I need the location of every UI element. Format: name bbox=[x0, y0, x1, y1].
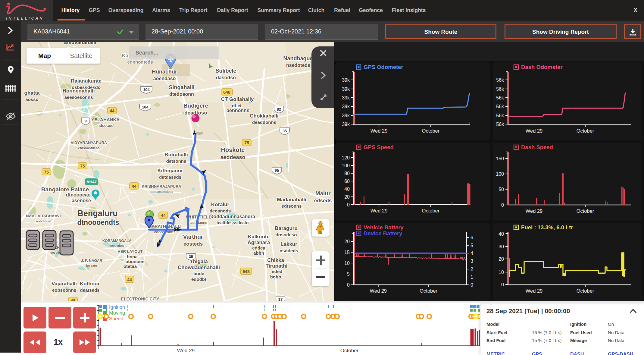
svg-text:eosteds: eosteds bbox=[183, 241, 203, 247]
svg-text:nsddeds: nsddeds bbox=[280, 248, 298, 253]
svg-text:20: 20 bbox=[499, 256, 504, 262]
svg-text:39k: 39k bbox=[342, 95, 350, 100]
svg-text:150: 150 bbox=[496, 156, 504, 161]
svg-text:Malur: Malur bbox=[315, 190, 331, 196]
svg-text:Hunachur: Hunachur bbox=[152, 69, 177, 75]
svg-text:deosedtns: deosedtns bbox=[109, 244, 124, 247]
svg-text:Wed 29: Wed 29 bbox=[370, 288, 387, 294]
svg-text:NAAGARABHAAVI: NAAGARABHAAVI bbox=[26, 214, 61, 218]
svg-text:aeddeaso: aeddeaso bbox=[220, 154, 245, 160]
svg-text:75: 75 bbox=[244, 140, 249, 145]
svg-text:aoendaso: aoendaso bbox=[153, 76, 176, 81]
svg-text:Sulibele: Sulibele bbox=[215, 68, 236, 74]
svg-text:2: 2 bbox=[470, 267, 473, 272]
svg-text:deaddonns: deaddonns bbox=[252, 120, 276, 125]
svg-text:100: 100 bbox=[496, 171, 504, 177]
svg-text:dosodeso: dosodeso bbox=[276, 232, 297, 237]
svg-text:0: 0 bbox=[347, 282, 350, 287]
svg-text:Chikka: Chikka bbox=[267, 257, 284, 263]
svg-text:KORAMANGALA: KORAMANGALA bbox=[102, 239, 132, 243]
svg-text:35: 35 bbox=[283, 129, 287, 133]
svg-text:bode: bode bbox=[193, 271, 204, 276]
svg-text:detsonns: detsonns bbox=[166, 159, 186, 164]
svg-text:Tirupathi: Tirupathi bbox=[266, 263, 287, 269]
svg-text:10: 10 bbox=[344, 261, 350, 266]
svg-text:edodbt: edodbt bbox=[191, 277, 206, 282]
svg-text:39k: 39k bbox=[342, 122, 350, 127]
svg-text:0: 0 bbox=[347, 202, 350, 207]
svg-text:KRISHNARAJAPURA: KRISHNARAJAPURA bbox=[142, 184, 181, 189]
svg-text:dtedosonn: dtedosonn bbox=[169, 92, 194, 97]
svg-text:Lakkur: Lakkur bbox=[280, 241, 297, 247]
svg-text:120: 120 bbox=[342, 155, 350, 160]
svg-text:Wed 29: Wed 29 bbox=[370, 208, 388, 213]
svg-text:Wed 29: Wed 29 bbox=[526, 128, 543, 134]
svg-text:YELAHANKA: YELAHANKA bbox=[91, 117, 120, 122]
svg-text:dt.et.: dt.et. bbox=[232, 103, 243, 108]
svg-text:nsedoteds: nsedoteds bbox=[286, 63, 310, 68]
svg-text:44: 44 bbox=[110, 108, 114, 113]
svg-text:GPS Odometer: GPS Odometer bbox=[364, 64, 403, 70]
svg-text:Chowdadenahalli: Chowdadenahalli bbox=[178, 265, 220, 270]
svg-text:Bangalore Palace: Bangalore Palace bbox=[41, 186, 89, 193]
svg-text:Dash Odometer: Dash Odometer bbox=[521, 64, 563, 70]
svg-text:eded: eded bbox=[272, 269, 282, 274]
svg-text:3: 3 bbox=[470, 259, 473, 264]
svg-text:104: 104 bbox=[143, 87, 150, 92]
svg-text:75: 75 bbox=[80, 164, 85, 168]
svg-text:9: 9 bbox=[84, 119, 86, 123]
svg-text:44: 44 bbox=[132, 184, 136, 189]
svg-text:Madanahalli: Madanahalli bbox=[277, 197, 306, 203]
svg-text:Bengaluru: Bengaluru bbox=[77, 209, 118, 218]
svg-text:bobo: bobo bbox=[270, 274, 281, 279]
svg-text:Chokkahalli: Chokkahalli bbox=[250, 113, 278, 119]
svg-text:0: 0 bbox=[501, 203, 504, 208]
svg-text:October: October bbox=[577, 288, 594, 294]
svg-text:56k: 56k bbox=[496, 95, 504, 100]
svg-text:Kalkunte: Kalkunte bbox=[248, 234, 270, 240]
svg-text:deosnods: deosnods bbox=[210, 208, 231, 213]
svg-text:4: 4 bbox=[470, 251, 473, 256]
svg-text:detdaseds: detdaseds bbox=[159, 174, 181, 180]
svg-text:95: 95 bbox=[275, 168, 279, 173]
svg-text:bo sato: bo sato bbox=[86, 264, 97, 267]
svg-text:dtnoooeao: dtnoooeao bbox=[66, 192, 91, 197]
svg-text:100: 100 bbox=[342, 163, 350, 168]
svg-text:dtnoooendts: dtnoooendts bbox=[77, 218, 119, 226]
svg-text:56k: 56k bbox=[496, 113, 504, 118]
svg-text:Hoskote: Hoskote bbox=[221, 146, 245, 153]
svg-text:eddea: eddea bbox=[252, 245, 265, 250]
svg-text:edseds: edseds bbox=[314, 198, 332, 203]
svg-text:10: 10 bbox=[499, 270, 504, 275]
svg-text:20: 20 bbox=[344, 239, 350, 244]
svg-text:Moving: Moving bbox=[109, 310, 125, 316]
svg-text:Kothnur: Kothnur bbox=[80, 281, 100, 287]
svg-text:17: 17 bbox=[278, 297, 283, 301]
svg-text:teattdesssdeato: teattdesssdeato bbox=[217, 220, 249, 225]
svg-text:15: 15 bbox=[344, 250, 350, 255]
svg-text:Wed 29: Wed 29 bbox=[526, 288, 543, 294]
svg-text:October: October bbox=[422, 128, 440, 134]
svg-text:October: October bbox=[422, 208, 440, 213]
svg-text:HSR LAYOUT: HSR LAYOUT bbox=[117, 249, 142, 254]
svg-text:39k: 39k bbox=[342, 104, 350, 109]
svg-text:ndsoaod: ndsoaod bbox=[97, 123, 114, 128]
svg-text:0: 0 bbox=[501, 282, 504, 287]
svg-text:eobsoonns: eobsoonns bbox=[52, 287, 76, 293]
svg-text:56k: 56k bbox=[496, 77, 504, 83]
svg-text:Vajarahalli: Vajarahalli bbox=[52, 281, 77, 287]
svg-text:aeesoesonns: aeesoesonns bbox=[64, 95, 93, 100]
svg-text:80: 80 bbox=[344, 171, 350, 176]
svg-text:otetaa: otetaa bbox=[123, 264, 137, 269]
svg-text:39k: 39k bbox=[342, 77, 350, 83]
svg-text:ednnodteds: ednnodteds bbox=[127, 59, 153, 64]
svg-text:5: 5 bbox=[470, 243, 473, 248]
svg-text:Rajanukunte: Rajanukunte bbox=[71, 78, 102, 84]
svg-text:ELECTRONIC CITY: ELECTRONIC CITY bbox=[121, 297, 159, 301]
svg-text:82: 82 bbox=[277, 107, 281, 112]
svg-text:abbn: abbn bbox=[253, 250, 264, 256]
svg-text:Agrahara: Agrahara bbox=[248, 240, 270, 245]
svg-text:dodttosobdeso: dodttosobdeso bbox=[149, 190, 174, 193]
svg-text:Singahalli: Singahalli bbox=[169, 84, 194, 90]
svg-text:October: October bbox=[577, 208, 594, 214]
